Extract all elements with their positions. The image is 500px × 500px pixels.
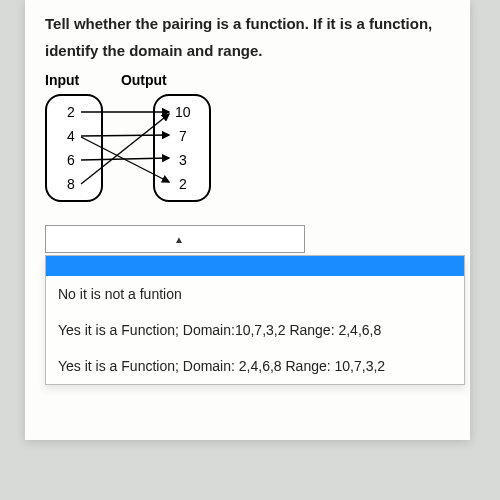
dropdown-option[interactable]: Yes it is a Function; Domain: 2,4,6,8 Ra… — [46, 348, 464, 384]
worksheet-page: Tell whether the pairing is a function. … — [25, 0, 470, 440]
question-text: Tell whether the pairing is a function. … — [45, 10, 450, 64]
chevron-up-icon: ▲ — [174, 234, 184, 245]
svg-line-1 — [81, 135, 169, 136]
dropdown-option[interactable]: Yes it is a Function; Domain:10,7,3,2 Ra… — [46, 312, 464, 348]
mapping-arrows — [45, 92, 235, 207]
input-label: Input — [45, 72, 117, 88]
dropdown-option[interactable] — [46, 256, 464, 276]
svg-line-4 — [81, 114, 169, 184]
question-line1: Tell whether the pairing is a function. … — [45, 15, 432, 32]
dropdown-option[interactable]: No it is not a funtion — [46, 276, 464, 312]
mapping-diagram: 2 4 6 8 10 7 3 2 — [45, 92, 235, 207]
dropdown-options-panel: No it is not a funtion Yes it is a Funct… — [45, 255, 465, 385]
column-labels: Input Output — [45, 72, 450, 88]
output-label: Output — [121, 72, 167, 88]
answer-dropdown[interactable]: ▲ — [45, 225, 305, 253]
question-line2: identify the domain and range. — [45, 42, 263, 59]
svg-line-3 — [81, 158, 169, 160]
